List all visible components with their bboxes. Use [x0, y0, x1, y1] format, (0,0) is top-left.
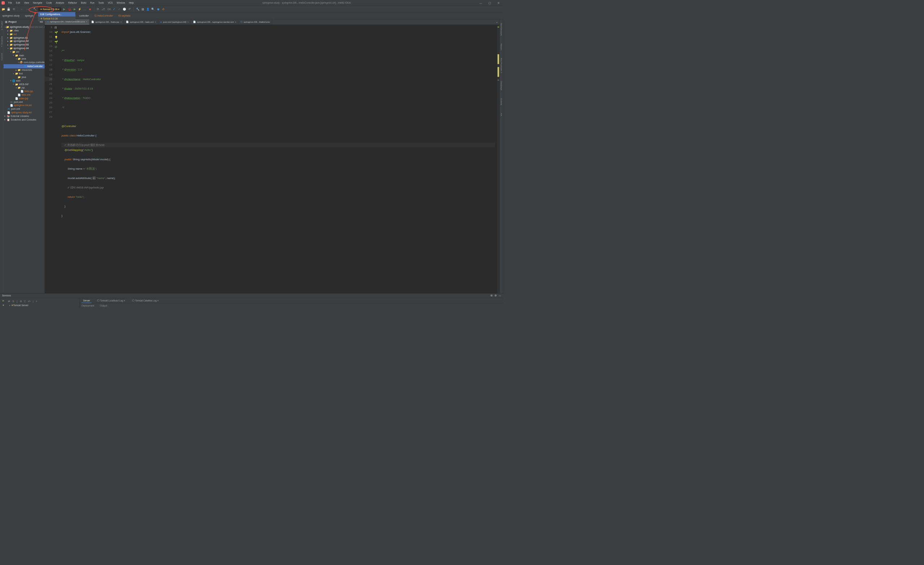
- minimize-button[interactable]: —: [478, 2, 484, 5]
- svc-add-icon[interactable]: +: [36, 300, 37, 303]
- tree-pom4[interactable]: mpom.xml: [4, 101, 45, 104]
- tree-iml[interactable]: 📄springmvc-study.iml: [4, 111, 45, 114]
- close-button[interactable]: ✕: [496, 2, 501, 5]
- tree-main[interactable]: ▼📁main: [4, 54, 45, 57]
- push-icon[interactable]: ✓: [117, 7, 121, 11]
- tree-testjava[interactable]: 📁java: [4, 75, 45, 79]
- maximize-button[interactable]: ▢: [486, 2, 492, 5]
- side-ant[interactable]: Ant: [500, 113, 503, 116]
- svc-stop-icon[interactable]: ■: [3, 304, 4, 307]
- tree-m1[interactable]: ▶📁spingmvc-01: [4, 36, 45, 40]
- restart-icon[interactable]: ⊘: [161, 7, 165, 11]
- revert-icon[interactable]: ↶: [128, 7, 132, 11]
- tree-webinf[interactable]: ▼📁WEB-INF: [4, 83, 45, 86]
- menu-edit[interactable]: Edit: [14, 1, 22, 5]
- svc-expand-icon[interactable]: ⇄: [8, 300, 10, 303]
- tree-java[interactable]: ▼📁java: [4, 57, 45, 61]
- tab-3[interactable]: mpom.xml (springmvc-04)×: [158, 20, 191, 24]
- tree-root[interactable]: ▼📁springmvc-study sources root, D:\Per..…: [4, 25, 45, 29]
- tree-extlib[interactable]: ▶📚External Libraries: [4, 114, 45, 118]
- side-codola[interactable]: Codola: [500, 98, 503, 105]
- tree-test[interactable]: ▼📁test: [4, 72, 45, 75]
- open-icon[interactable]: 📂: [2, 7, 5, 11]
- tab-2[interactable]: 📄springmvc-03\...\web.xml×: [124, 20, 158, 24]
- svc-running[interactable]: ▼▶ Running: [8, 307, 78, 308]
- menu-tools[interactable]: Tools: [97, 1, 105, 5]
- menu-build[interactable]: Build: [80, 1, 88, 5]
- svc-tab-server[interactable]: Server: [82, 298, 92, 303]
- menu-analyze[interactable]: Analyze: [54, 1, 66, 5]
- structure-icon[interactable]: ▦: [141, 7, 145, 11]
- menu-file[interactable]: File: [7, 1, 14, 5]
- services-hide-icon[interactable]: —: [499, 294, 501, 297]
- svc-grid-icon[interactable]: ⊞: [20, 300, 22, 303]
- menu-view[interactable]: View: [22, 1, 31, 5]
- back-icon[interactable]: ←: [20, 7, 24, 11]
- subtab-deployment[interactable]: Deployment: [82, 304, 94, 307]
- bc-root[interactable]: springmvc-study: [1, 14, 21, 18]
- profile-icon[interactable]: ⚡: [78, 7, 82, 11]
- side-project[interactable]: 1: Project: [0, 21, 3, 30]
- side-structure[interactable]: 7: Structure: [0, 36, 3, 47]
- tree-pom[interactable]: mpom.xml: [4, 107, 45, 111]
- tree-indexjsp[interactable]: 📄index.jsp: [4, 97, 45, 101]
- debug-icon[interactable]: 🐞: [68, 7, 72, 11]
- side-maven[interactable]: Maven: [500, 44, 503, 50]
- side-commit[interactable]: Commit: [0, 53, 3, 61]
- save-icon[interactable]: 💾: [7, 7, 11, 11]
- menu-navigate[interactable]: Navigate: [32, 1, 44, 5]
- code-editor[interactable]: 8 10111213141516171819202122232425262728…: [45, 25, 500, 293]
- tab-close-icon[interactable]: ×: [86, 21, 87, 23]
- tree-src[interactable]: ▼📁src: [4, 50, 45, 54]
- tree-webxml[interactable]: 📄web.xml: [4, 93, 45, 97]
- svc-tab-catalina[interactable]: 🖵 Tomcat Catalina Log ×: [130, 299, 160, 303]
- menu-window[interactable]: Window: [115, 1, 127, 5]
- bc-method[interactable]: ⓜ sayHello: [117, 14, 132, 18]
- run-icon[interactable]: ▶: [63, 7, 66, 11]
- rerun-icon[interactable]: ▶: [3, 299, 4, 302]
- tree-hellojsp[interactable]: 📄hello.jsp: [4, 90, 45, 93]
- coverage-icon[interactable]: ▶: [72, 7, 76, 11]
- menu-code[interactable]: Code: [45, 1, 53, 5]
- tab-4[interactable]: 📄springmvc-03\...\springmvc-servlet.xml×: [191, 20, 238, 24]
- tree-controller[interactable]: ⓒHelloController: [4, 64, 45, 68]
- commit-icon[interactable]: ✓: [112, 7, 116, 11]
- tree-iml4[interactable]: 📄springmvc-04.iml: [4, 104, 45, 107]
- menu-vcs[interactable]: VCS: [106, 1, 114, 5]
- settings-icon[interactable]: 🔧: [136, 7, 140, 11]
- services-grid-icon[interactable]: ⊞: [490, 294, 492, 297]
- svc-funnel-icon[interactable]: ▽: [24, 300, 26, 303]
- search-icon[interactable]: 🔍: [151, 7, 155, 11]
- menu-refactor[interactable]: Refactor: [66, 1, 78, 5]
- tab-1[interactable]: 📄springmvc-03\...\hello.jsp×: [90, 20, 124, 24]
- sync-icon[interactable]: ⟲: [12, 7, 16, 11]
- stop-icon[interactable]: ■: [88, 7, 92, 11]
- attach-icon[interactable]: …: [83, 7, 87, 11]
- tree-scratch[interactable]: ▶📋Scratches and Consoles: [4, 118, 45, 122]
- popup-edit-config[interactable]: Edit Configurations...: [38, 12, 75, 17]
- tree-m4[interactable]: ▼📁springmvc-04: [4, 47, 45, 50]
- services-gear-icon[interactable]: ⚙: [495, 294, 496, 297]
- tab-5[interactable]: ⓒspringmvc-03\...\HelloContr: [238, 20, 272, 24]
- history-icon[interactable]: 🕐: [122, 7, 126, 11]
- tree-pkg[interactable]: ▼📦com.cunyu.controller: [4, 61, 45, 64]
- code-content[interactable]: import java.util.Scanner; /** * @author …: [60, 25, 497, 293]
- svc-tab-localhost[interactable]: 🖵 Tomcat Localhost Log ×: [96, 299, 127, 303]
- bc-class[interactable]: ⓒ HelloController: [93, 14, 114, 18]
- svc-collapse-icon[interactable]: ⇅: [12, 300, 14, 303]
- tree-web[interactable]: ▼🌐web: [4, 79, 45, 83]
- tree-out[interactable]: ▶📁out: [4, 33, 45, 36]
- popup-tomcat[interactable]: ✈ Tomcat 9.0.36: [38, 17, 75, 21]
- menu-help[interactable]: Help: [128, 1, 135, 5]
- tree-m2[interactable]: ▶📁springmvc-02: [4, 39, 45, 43]
- svc-tomcat-root[interactable]: ▼✈ Tomcat Server: [8, 304, 78, 307]
- tree-jsp[interactable]: ▼📁jsp: [4, 86, 45, 90]
- update-icon[interactable]: ⟳: [96, 7, 100, 11]
- side-keypromoter[interactable]: Key Promoter X: [500, 58, 503, 73]
- tree-idea[interactable]: ▶📁.idea: [4, 29, 45, 33]
- vcs-icon[interactable]: ⎇: [101, 7, 105, 11]
- svc-tag-icon[interactable]: 🏷: [28, 300, 31, 303]
- gitee-icon[interactable]: ◉: [156, 7, 160, 11]
- tree-resources[interactable]: ▶📁resources: [4, 68, 45, 72]
- tree-m3[interactable]: ▶📁springmvc-03: [4, 43, 45, 47]
